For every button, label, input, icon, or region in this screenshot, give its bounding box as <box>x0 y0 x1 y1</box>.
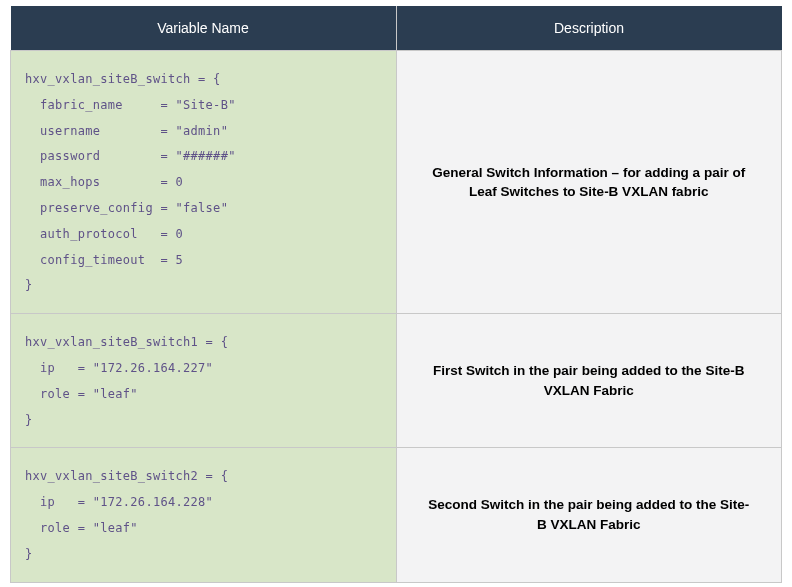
code-block: hxv_vxlan_siteB_switch = { fabric_name =… <box>25 67 382 299</box>
code-block: hxv_vxlan_siteB_switch1 = { ip = "172.26… <box>25 330 382 433</box>
table-header-row: Variable Name Description <box>11 6 782 51</box>
description-cell: First Switch in the pair being added to … <box>396 314 782 448</box>
table-row: hxv_vxlan_siteB_switch2 = { ip = "172.26… <box>11 448 782 582</box>
code-block: hxv_vxlan_siteB_switch2 = { ip = "172.26… <box>25 464 382 567</box>
variable-cell: hxv_vxlan_siteB_switch2 = { ip = "172.26… <box>11 448 397 582</box>
table-row: hxv_vxlan_siteB_switch1 = { ip = "172.26… <box>11 314 782 448</box>
description-cell: Second Switch in the pair being added to… <box>396 448 782 582</box>
variable-cell: hxv_vxlan_siteB_switch1 = { ip = "172.26… <box>11 314 397 448</box>
variable-cell: hxv_vxlan_siteB_switch = { fabric_name =… <box>11 51 397 314</box>
header-description: Description <box>396 6 782 51</box>
config-table: Variable Name Description hxv_vxlan_site… <box>10 6 782 583</box>
header-variable-name: Variable Name <box>11 6 397 51</box>
description-cell: General Switch Information – for adding … <box>396 51 782 314</box>
table-row: hxv_vxlan_siteB_switch = { fabric_name =… <box>11 51 782 314</box>
